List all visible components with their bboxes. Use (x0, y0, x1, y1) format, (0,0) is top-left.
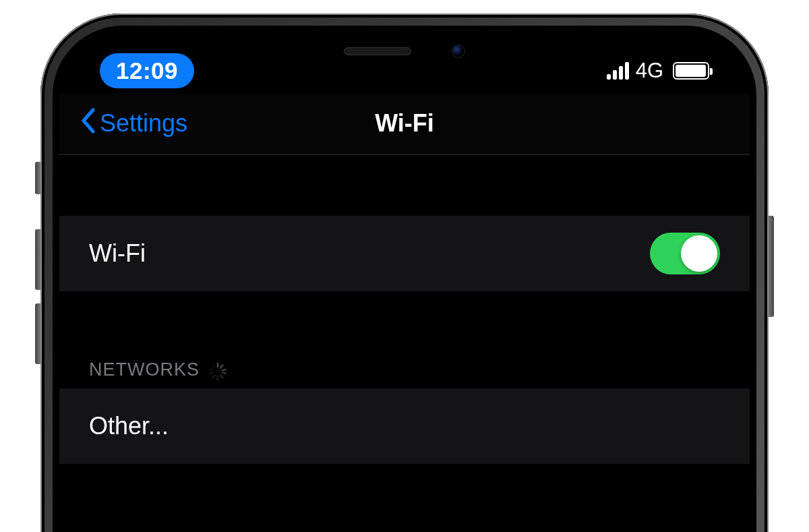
svg-line-4 (220, 376, 222, 378)
other-network-row[interactable]: Other... (59, 388, 750, 464)
navigation-bar: Settings Wi-Fi (59, 93, 750, 154)
back-button[interactable]: Settings (80, 108, 187, 140)
battery-level (676, 65, 706, 77)
status-indicators: 4G (607, 59, 709, 83)
status-time-pill[interactable]: 12:09 (100, 53, 194, 88)
section-gap (59, 464, 750, 532)
battery-icon (673, 62, 709, 80)
speaker-grille (344, 47, 411, 55)
chevron-left-icon (80, 108, 96, 140)
volume-up-button (35, 229, 40, 290)
screen: 12:09 4G Settings (59, 32, 750, 532)
status-time: 12:09 (116, 57, 178, 84)
svg-line-2 (222, 370, 226, 370)
volume-down-button (35, 303, 40, 364)
phone-inner-frame: 12:09 4G Settings (53, 26, 756, 532)
section-gap (59, 291, 750, 338)
toggle-knob (681, 235, 717, 272)
back-label: Settings (100, 109, 187, 138)
phone-frame: 12:09 4G Settings (40, 13, 769, 532)
wifi-row-label: Wi-Fi (89, 239, 146, 268)
front-camera (452, 45, 465, 58)
svg-line-3 (222, 373, 226, 374)
wifi-toggle[interactable] (650, 233, 720, 274)
svg-line-1 (220, 365, 222, 367)
notch (297, 32, 512, 70)
section-gap (59, 155, 750, 216)
networks-section-header: NETWORKS (59, 338, 750, 388)
content: Wi-Fi NETWORKS (59, 155, 750, 532)
other-row-label: Other... (89, 412, 169, 440)
page-title: Wi-Fi (375, 109, 434, 138)
svg-line-6 (213, 376, 215, 378)
networks-header-label: NETWORKS (89, 359, 200, 380)
svg-line-8 (210, 370, 213, 370)
cellular-signal-icon (607, 62, 629, 80)
power-button (769, 216, 774, 317)
mute-switch (35, 162, 40, 194)
svg-line-9 (213, 365, 215, 367)
wifi-toggle-row[interactable]: Wi-Fi (59, 216, 750, 291)
network-type-label: 4G (636, 59, 663, 83)
loading-spinner-icon (208, 361, 228, 382)
svg-line-7 (210, 373, 213, 374)
